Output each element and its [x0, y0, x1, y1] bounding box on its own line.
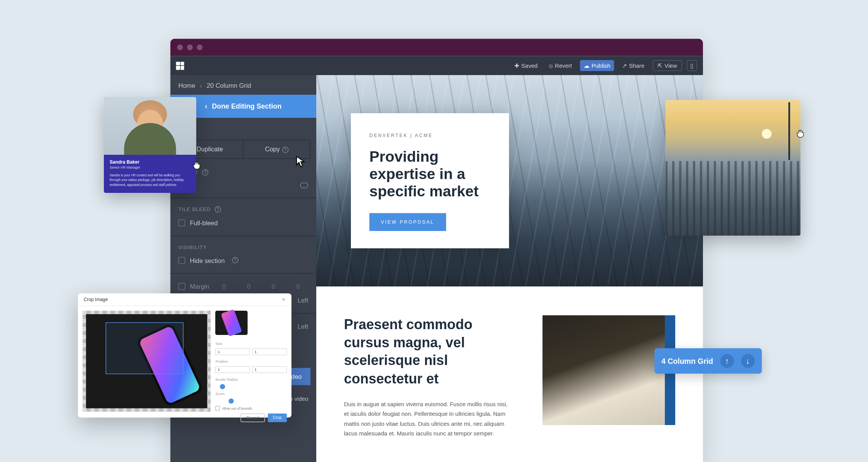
- crop-image-modal: Crop Image ✕ Size 11 Position 11 Border …: [78, 293, 292, 418]
- visibility-eye-icon[interactable]: [300, 182, 308, 188]
- breadcrumb-current: 20 Column Grid: [207, 82, 251, 89]
- margin-top-value[interactable]: 0: [214, 283, 234, 290]
- crop-cancel-button[interactable]: Cancel: [241, 413, 265, 422]
- full-bleed-row[interactable]: Full-bleed: [170, 216, 317, 230]
- pos-y-input[interactable]: 1: [252, 366, 287, 373]
- view-button[interactable]: ⇱ View: [653, 60, 682, 71]
- margin-right-value[interactable]: 0: [239, 283, 259, 290]
- crop-controls: Size 11 Position 11 Border Radius Zoom A…: [215, 311, 287, 412]
- margin-label: Margin: [190, 283, 209, 290]
- content-section[interactable]: Praesent commodo cursus magna, vel scele…: [316, 286, 703, 438]
- window-minimize-dot[interactable]: [187, 45, 193, 50]
- checkbox-icon[interactable]: [179, 257, 185, 264]
- position-label: Position: [215, 360, 287, 363]
- crop-selection[interactable]: [106, 322, 184, 374]
- mobile-preview-button[interactable]: ▯: [687, 60, 697, 71]
- breadcrumb-home[interactable]: Home: [179, 82, 195, 89]
- border-radius-label: Border Radius: [215, 378, 287, 381]
- profile-role: Senior HR Manager: [110, 166, 190, 169]
- size-w-input[interactable]: 1: [215, 348, 250, 355]
- hero-cta-button[interactable]: VIEW PROPOSAL: [369, 213, 446, 231]
- checkbox-icon[interactable]: [179, 283, 185, 290]
- profile-name: Sandra Baker: [110, 159, 190, 165]
- profile-photo: [104, 97, 196, 155]
- revert-button[interactable]: ⦸ Revert: [546, 60, 575, 71]
- close-icon[interactable]: ✕: [282, 297, 286, 302]
- pointer-cursor-icon: [296, 156, 305, 167]
- profile-card[interactable]: Sandra Baker Senior HR Manager Sandra is…: [104, 97, 196, 193]
- publish-button[interactable]: ☁ Publish: [580, 60, 614, 71]
- hero-card[interactable]: DENVERTEK | ACME Providing expertise in …: [351, 113, 509, 248]
- window-zoom-dot[interactable]: [197, 45, 203, 50]
- size-label: Size: [215, 342, 287, 345]
- zoom-label: Zoom: [215, 392, 287, 396]
- crop-preview-thumb: [215, 311, 248, 335]
- saved-status: ✚ Saved: [511, 60, 541, 71]
- skyline-image-card[interactable]: [666, 100, 801, 236]
- move-down-button[interactable]: ↓: [741, 354, 754, 368]
- help-icon[interactable]: ?: [282, 146, 289, 153]
- breadcrumb: Home › 20 Column Grid: [170, 75, 317, 95]
- checkbox-icon[interactable]: [179, 219, 185, 226]
- help-icon[interactable]: ?: [232, 257, 238, 264]
- page-canvas[interactable]: DENVERTEK | ACME Providing expertise in …: [316, 75, 703, 462]
- crop-modal-title: Crop Image: [84, 297, 108, 302]
- margin-bottom-value[interactable]: 0: [263, 283, 283, 290]
- column-grid-label: 4 Column Grid: [661, 357, 713, 365]
- column-grid-control[interactable]: 4 Column Grid ↑ ↓: [654, 348, 761, 374]
- margin-row: Margin 0 0 0 0: [170, 280, 317, 293]
- content-heading: Praesent commodo cursus magna, vel scele…: [344, 315, 514, 387]
- help-icon[interactable]: ?: [202, 169, 209, 176]
- tile-bleed-label: TILE BLEED ?: [170, 204, 317, 216]
- visibility-label: VISIBILITY: [170, 242, 317, 253]
- size-h-input[interactable]: 1: [252, 348, 287, 355]
- window-close-dot[interactable]: [177, 45, 183, 50]
- app-logo-icon: [176, 62, 184, 70]
- move-up-button[interactable]: ↑: [720, 354, 734, 368]
- allow-out-of-bounds-toggle[interactable]: Allow out of bounds: [215, 406, 287, 411]
- chevron-right-icon: ›: [200, 82, 202, 89]
- hero-title: Providing expertise in a specific market: [369, 149, 491, 201]
- profile-description: Sandra is your HR contact and will be wa…: [110, 173, 190, 187]
- margin-left-value[interactable]: 0: [288, 283, 308, 290]
- grab-cursor-icon: [795, 128, 806, 139]
- hero-section[interactable]: DENVERTEK | ACME Providing expertise in …: [316, 75, 703, 286]
- app-toolbar: ✚ Saved ⦸ Revert ☁ Publish ↗ Share ⇱ Vie…: [170, 56, 703, 75]
- copy-button[interactable]: Copy?: [244, 141, 310, 158]
- pos-x-input[interactable]: 1: [215, 366, 250, 373]
- hide-section-row[interactable]: Hide section ?: [170, 253, 317, 267]
- share-button[interactable]: ↗ Share: [619, 60, 648, 71]
- window-titlebar: [170, 39, 703, 56]
- grab-cursor-icon: [192, 160, 202, 171]
- content-body: Duis in augue at sapien viverra euismod.…: [344, 399, 514, 438]
- hero-eyebrow: DENVERTEK | ACME: [369, 133, 491, 138]
- crop-confirm-button[interactable]: Crop: [268, 413, 287, 422]
- help-icon[interactable]: ?: [215, 206, 221, 213]
- crop-canvas[interactable]: [83, 311, 211, 412]
